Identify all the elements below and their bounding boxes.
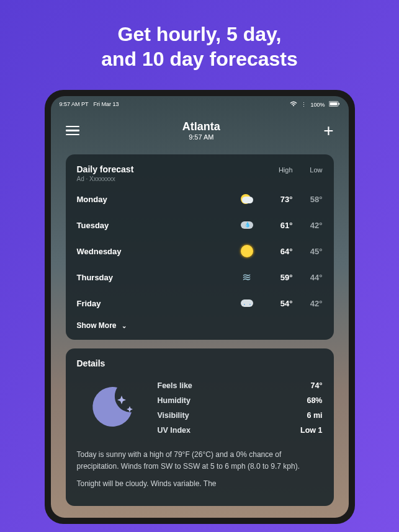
sunny-icon <box>238 242 256 260</box>
nav-bar: Atlanta 9:57 AM + <box>51 113 349 146</box>
day-name: Thursday <box>77 273 238 282</box>
temp-high: 73° <box>274 195 293 204</box>
detail-row: Humidity 68% <box>158 393 323 408</box>
location-header[interactable]: Atlanta 9:57 AM <box>182 120 220 141</box>
battery-icon <box>329 101 340 108</box>
temp-low: 44° <box>304 273 323 282</box>
detail-row: UV Index Low 1 <box>158 423 323 438</box>
temp-high: 61° <box>274 221 293 230</box>
details-title: Details <box>77 358 323 368</box>
forecast-row[interactable]: Wednesday 64°45° <box>77 238 323 264</box>
forecast-row[interactable]: Thursday ≋ 59°44° <box>77 264 323 290</box>
detail-value: 74° <box>311 381 323 390</box>
status-bar: 9:57 AM PT Fri Mar 13 ⋮ 100% <box>51 96 349 113</box>
location-name: Atlanta <box>182 120 220 133</box>
day-name: Monday <box>77 195 238 204</box>
svg-rect-2 <box>338 103 339 105</box>
partly-cloudy-icon <box>238 190 256 208</box>
temp-high: 59° <box>274 273 293 282</box>
temp-low: 45° <box>304 247 323 256</box>
temp-low: 42° <box>304 299 323 308</box>
moon-icon <box>77 378 145 438</box>
day-name: Tuesday <box>77 221 238 230</box>
forecast-text: Today is sunny with a high of 79°F (26°C… <box>77 449 323 490</box>
svg-rect-1 <box>330 102 337 105</box>
chevron-down-icon: ⌄ <box>122 322 127 329</box>
detail-label: UV Index <box>158 426 191 435</box>
detail-label: Humidity <box>158 396 191 405</box>
promo-headline: Get hourly, 5 day, and 10 day forecasts <box>0 0 399 90</box>
day-name: Friday <box>77 299 238 308</box>
detail-value: 68% <box>307 396 322 405</box>
high-label: High <box>274 166 293 174</box>
detail-label: Feels like <box>158 381 192 390</box>
tablet-screen: 9:57 AM PT Fri Mar 13 ⋮ 100% Atlanta 9:5 <box>51 96 349 518</box>
status-date: Fri Mar 13 <box>94 101 119 108</box>
forecast-row[interactable]: Tuesday 💧 61°42° <box>77 212 323 238</box>
bluetooth-icon: ⋮ <box>301 102 307 108</box>
location-time: 9:57 AM <box>182 133 220 141</box>
snowy-icon: • • <box>238 295 256 312</box>
tablet-frame: 9:57 AM PT Fri Mar 13 ⋮ 100% Atlanta 9:5 <box>45 90 355 524</box>
detail-row: Visibility 6 mi <box>158 408 323 423</box>
forecast-title: Daily forecast <box>77 164 274 174</box>
forecast-row[interactable]: Friday • • 54°42° <box>77 290 323 316</box>
detail-value: Low 1 <box>300 426 322 435</box>
daily-forecast-card: Daily forecast High Low Ad · Xxxxxxxx Mo… <box>66 154 334 340</box>
battery-percent: 100% <box>310 102 325 108</box>
temp-low: 58° <box>304 195 323 204</box>
show-more-button[interactable]: Show More ⌄ <box>77 321 323 330</box>
wind-icon: ≋ <box>238 268 256 286</box>
wifi-icon <box>290 101 297 108</box>
ad-label: Ad · Xxxxxxxx <box>77 175 323 182</box>
temp-high: 54° <box>274 299 293 308</box>
temp-low: 42° <box>304 221 323 230</box>
detail-value: 6 mi <box>307 411 322 420</box>
status-time: 9:57 AM PT <box>60 101 89 108</box>
forecast-row[interactable]: Monday 73°58° <box>77 186 323 212</box>
add-location-button[interactable]: + <box>323 122 333 140</box>
details-card: Details Feels like 74° Humidity <box>66 348 334 506</box>
day-name: Wednesday <box>77 247 238 256</box>
menu-icon[interactable] <box>66 126 79 136</box>
low-label: Low <box>304 166 323 174</box>
rainy-icon: 💧 <box>238 216 256 234</box>
detail-row: Feels like 74° <box>158 378 323 393</box>
detail-label: Visibility <box>158 411 189 420</box>
temp-high: 64° <box>274 247 293 256</box>
